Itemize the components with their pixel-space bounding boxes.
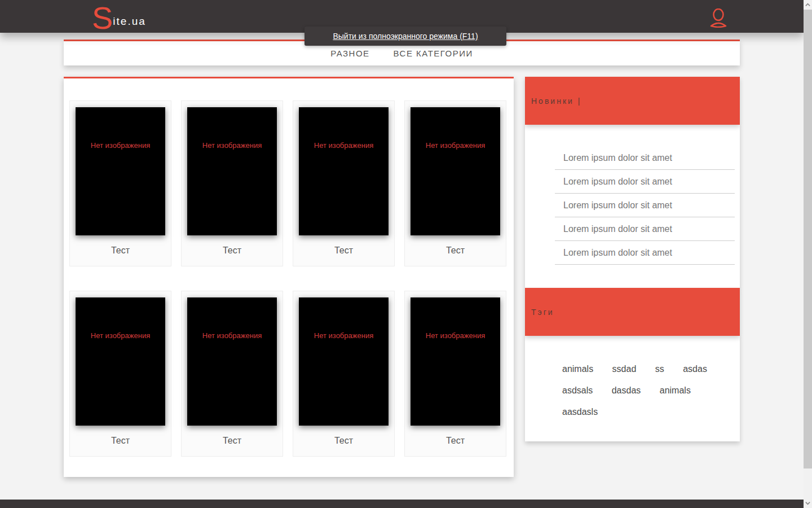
no-image-text: Нет изображения: [299, 107, 389, 150]
product-card[interactable]: Нет изображения Тест: [404, 291, 506, 457]
scrollbar[interactable]: [804, 0, 812, 508]
tags-cloud: animals ssdad ss asdas asdsals dasdas an…: [525, 336, 740, 441]
news-section-title: Новинки |: [531, 97, 581, 106]
news-list: Lorem ipsum dolor sit amet Lorem ipsum d…: [525, 125, 740, 288]
product-title: Тест: [405, 426, 506, 456]
product-card[interactable]: Нет изображения Тест: [181, 291, 283, 457]
no-image-placeholder: Нет изображения: [187, 297, 277, 426]
tag-link[interactable]: animals: [562, 363, 593, 375]
product-card[interactable]: Нет изображения Тест: [181, 100, 283, 266]
tag-link[interactable]: aasdasls: [562, 406, 598, 418]
tag-link[interactable]: animals: [660, 384, 691, 397]
no-image-text: Нет изображения: [411, 297, 500, 340]
nav-item-raznoe[interactable]: РАЗНОЕ: [330, 49, 369, 58]
logo-initial: S: [92, 3, 113, 33]
logo-text: ite.ua: [113, 15, 145, 33]
news-section-header: Новинки |: [525, 77, 740, 125]
no-image-placeholder: Нет изображения: [299, 107, 389, 235]
fullscreen-exit-toast[interactable]: Выйти из полноэкранного режима (F11): [304, 27, 506, 46]
tag-link[interactable]: asdas: [683, 363, 707, 375]
chevron-up-icon: [805, 2, 810, 7]
tags-section-header: Тэги: [525, 288, 740, 336]
no-image-placeholder: Нет изображения: [76, 297, 165, 426]
news-list-item[interactable]: Lorem ipsum dolor sit amet: [555, 217, 735, 241]
product-title: Тест: [293, 426, 394, 456]
user-account-button[interactable]: [709, 8, 727, 28]
no-image-placeholder: Нет изображения: [187, 107, 277, 235]
no-image-text: Нет изображения: [187, 297, 277, 340]
product-title: Тест: [182, 426, 283, 456]
product-card[interactable]: Нет изображения Тест: [69, 291, 171, 457]
site-logo[interactable]: S ite.ua: [92, 0, 146, 33]
scrollbar-down-button[interactable]: [804, 498, 812, 508]
product-card[interactable]: Нет изображения Тест: [404, 100, 506, 266]
tag-link[interactable]: asdsals: [562, 384, 593, 397]
product-card[interactable]: Нет изображения Тест: [293, 100, 395, 266]
tag-link[interactable]: dasdas: [612, 384, 641, 397]
news-list-item[interactable]: Lorem ipsum dolor sit amet: [555, 170, 735, 194]
news-list-item[interactable]: Lorem ipsum dolor sit amet: [555, 194, 735, 217]
app-footer: [0, 500, 804, 508]
no-image-placeholder: Нет изображения: [299, 297, 389, 426]
no-image-placeholder: Нет изображения: [76, 107, 165, 235]
product-card[interactable]: Нет изображения Тест: [69, 100, 171, 266]
news-list-item[interactable]: Lorem ipsum dolor sit amet: [555, 241, 735, 265]
product-title: Тест: [293, 235, 394, 266]
user-icon: [709, 8, 727, 28]
no-image-text: Нет изображения: [411, 107, 500, 150]
no-image-placeholder: Нет изображения: [411, 107, 500, 235]
tags-section-title: Тэги: [531, 308, 554, 317]
no-image-text: Нет изображения: [76, 107, 165, 150]
no-image-text: Нет изображения: [187, 107, 277, 150]
no-image-placeholder: Нет изображения: [411, 297, 500, 426]
sidebar: Новинки | Lorem ipsum dolor sit amet Lor…: [525, 77, 740, 441]
no-image-text: Нет изображения: [76, 297, 165, 340]
scrollbar-up-button[interactable]: [804, 0, 812, 10]
products-grid: Нет изображения Тест Нет изображения Тес…: [64, 78, 514, 457]
product-card[interactable]: Нет изображения Тест: [293, 291, 395, 457]
product-title: Тест: [70, 426, 171, 456]
product-title: Тест: [70, 235, 171, 266]
product-title: Тест: [405, 235, 506, 266]
fullscreen-exit-text: Выйти из полноэкранного режима (F11): [333, 32, 478, 41]
tag-link[interactable]: ssdad: [612, 363, 637, 375]
no-image-text: Нет изображения: [299, 297, 389, 340]
tag-link[interactable]: ss: [655, 363, 664, 375]
news-list-item[interactable]: Lorem ipsum dolor sit amet: [555, 146, 735, 170]
scrollbar-thumb[interactable]: [804, 10, 812, 468]
product-title: Тест: [182, 235, 283, 266]
products-panel: Нет изображения Тест Нет изображения Тес…: [64, 77, 514, 477]
nav-item-all-categories[interactable]: ВСЕ КАТЕГОРИИ: [394, 49, 473, 58]
chevron-down-icon: [805, 501, 810, 506]
